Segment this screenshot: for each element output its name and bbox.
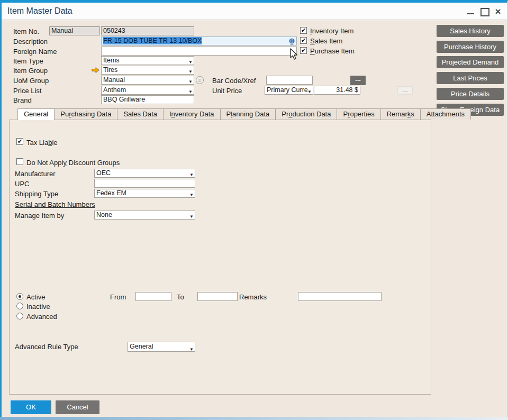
foreign-name-field[interactable] — [101, 47, 297, 56]
ok-button[interactable]: OK — [11, 400, 51, 414]
upc-label: UPC — [15, 180, 29, 188]
window-bottom-border — [0, 417, 508, 420]
purchase-history-button[interactable]: Purchase History — [437, 41, 504, 53]
advanced-radio-label[interactable]: Advanced — [26, 313, 57, 321]
chevron-down-icon: ▼ — [188, 58, 193, 65]
shipping-type-combo[interactable]: Fedex EM ▼ — [94, 189, 195, 198]
tab-attachments[interactable]: Attachments — [420, 108, 471, 120]
globe-icon[interactable] — [288, 38, 295, 45]
currency-combo[interactable]: Primary Curre ▼ — [265, 86, 313, 95]
tab-sales-data[interactable]: Sales Data — [117, 108, 164, 120]
chevron-down-icon: ▼ — [188, 78, 193, 85]
shipping-type-label: Shipping Type — [15, 190, 58, 198]
tab-planning-data[interactable]: Planning Data — [220, 108, 276, 120]
description-field[interactable]: FR-15 DOB TUBE TR 13 10/BOX — [101, 36, 297, 45]
remarks-label: Remarks — [239, 293, 267, 301]
tab-purchasing-data[interactable]: Purchasing Data — [54, 108, 117, 120]
unit-price-field[interactable]: 31.48 $ — [314, 86, 360, 95]
chevron-down-icon: ▼ — [189, 345, 194, 352]
manufacturer-label: Manufacturer — [15, 170, 56, 178]
from-field[interactable] — [135, 292, 171, 301]
manufacturer-combo[interactable]: OEC ▼ — [94, 169, 195, 178]
active-radio[interactable] — [16, 293, 23, 300]
price-details-button[interactable]: Price Details — [437, 88, 504, 100]
purchase-item-checkbox[interactable] — [300, 47, 307, 54]
price-list-combo[interactable]: Anthem ▼ — [101, 86, 194, 95]
sales-history-button[interactable]: Sales History — [437, 25, 504, 37]
item-no-field[interactable]: 050243 — [101, 26, 194, 35]
inactive-radio[interactable] — [16, 303, 23, 309]
foreign-name-label: Foreign Name — [13, 48, 57, 56]
to-label: To — [177, 293, 184, 301]
projected-demand-button[interactable]: Projected Demand — [437, 56, 504, 68]
window-title: Item Master Data — [7, 6, 72, 16]
bar-code-browse-button[interactable]: ... — [350, 76, 366, 85]
discount-groups-checkbox[interactable] — [16, 158, 23, 165]
inventory-item-checkbox[interactable] — [300, 27, 307, 34]
purchase-item-label[interactable]: Purchase Item — [310, 47, 355, 55]
tab-general[interactable]: General — [17, 108, 55, 120]
link-arrow-icon[interactable] — [92, 67, 99, 74]
last-prices-button[interactable]: Last Prices — [437, 72, 504, 84]
item-type-label: Item Type — [13, 57, 43, 65]
manage-item-by-label: Manage Item by — [15, 212, 64, 220]
tab-remarks[interactable]: Remarks — [380, 108, 421, 120]
remarks-field[interactable] — [298, 292, 382, 301]
tab-production-data[interactable]: Production Data — [275, 108, 337, 120]
discount-groups-label[interactable]: Do Not Apply Discount Groups — [26, 159, 120, 167]
advanced-rule-type-combo[interactable]: General ▼ — [128, 342, 195, 352]
sales-item-checkbox[interactable] — [300, 37, 307, 44]
uom-group-combo[interactable]: Manual ▼ — [101, 76, 194, 85]
chevron-down-icon: ▼ — [189, 171, 194, 178]
chevron-down-icon: ▼ — [188, 88, 193, 95]
item-group-label: Item Group — [13, 67, 48, 75]
item-type-combo[interactable]: Items ▼ — [101, 56, 194, 65]
inventory-item-label[interactable]: Inventory Item — [310, 27, 353, 35]
bar-code-label: Bar Code/Xref — [212, 77, 256, 85]
upc-field[interactable] — [94, 179, 195, 188]
tab-properties[interactable]: Properties — [337, 108, 380, 120]
chevron-down-icon: ▼ — [307, 88, 312, 95]
from-label: From — [110, 293, 126, 301]
chevron-down-icon: ▼ — [188, 68, 193, 75]
uom-group-label: UoM Group — [13, 77, 49, 85]
close-icon[interactable]: × — [493, 7, 503, 16]
manage-item-by-combo[interactable]: None ▼ — [94, 211, 195, 220]
item-master-data-window: Item Master Data × Item No. Description … — [0, 0, 508, 420]
to-field[interactable] — [197, 292, 238, 301]
price-list-label: Price List — [13, 87, 41, 95]
brand-field[interactable]: BBQ Grillware — [101, 95, 194, 104]
chevron-down-icon: ▼ — [189, 191, 194, 198]
maximize-icon[interactable] — [479, 7, 489, 16]
advanced-rule-type-label: Advanced Rule Type — [15, 343, 78, 351]
advanced-radio[interactable] — [16, 313, 23, 319]
sales-item-label[interactable]: Sales Item — [310, 37, 342, 45]
description-label: Description — [13, 38, 48, 45]
tax-liable-label[interactable]: Tax Liable — [26, 139, 58, 147]
minimize-icon[interactable] — [466, 7, 476, 16]
active-radio-label[interactable]: Active — [26, 293, 45, 301]
inactive-radio-label[interactable]: Inactive — [26, 303, 50, 311]
tab-inventory-data[interactable]: Inventory Data — [163, 108, 221, 120]
serial-batch-heading: Serial and Batch Numbers — [15, 200, 95, 208]
cancel-button[interactable]: Cancel — [56, 400, 99, 414]
brand-label: Brand — [13, 96, 32, 104]
item-group-combo[interactable]: Tires ▼ — [101, 66, 194, 75]
item-no-label: Item No. — [13, 28, 39, 35]
description-selected-text: FR-15 DOB TUBE TR 13 10/BOX — [103, 37, 202, 44]
chevron-down-icon: ▼ — [189, 213, 194, 220]
bar-code-field[interactable] — [266, 76, 313, 85]
item-no-mode-field[interactable]: Manual — [49, 26, 100, 35]
tab-strip: General Purchasing Data Sales Data Inven… — [17, 108, 470, 120]
unit-price-label: Unit Price — [212, 87, 242, 95]
tax-liable-checkbox[interactable] — [16, 138, 23, 145]
title-bar: Item Master Data × — [2, 3, 507, 20]
unit-price-browse-button: ... — [397, 86, 413, 95]
uom-list-icon[interactable]: ≡ — [196, 76, 204, 84]
